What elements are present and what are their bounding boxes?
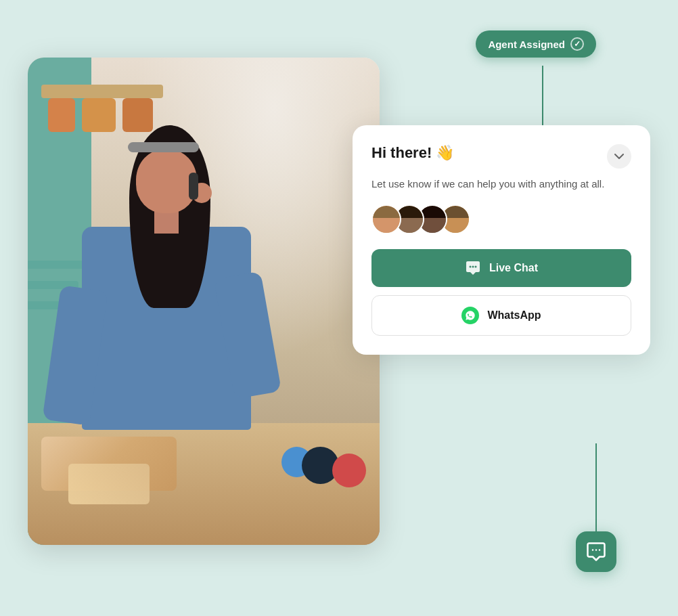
widget-subtitle: Let use know if we can help you with any… (371, 177, 631, 192)
live-chat-label: Live Chat (489, 262, 538, 274)
widget-header: Hi there! 👋 (371, 144, 631, 169)
live-chat-icon (465, 260, 481, 276)
svg-point-0 (469, 265, 471, 267)
svg-point-2 (474, 265, 476, 267)
whatsapp-icon (461, 307, 479, 324)
widget-collapse-button[interactable] (607, 144, 631, 169)
widget-greeting: Hi there! 👋 (371, 144, 454, 162)
svg-point-3 (592, 549, 594, 551)
agent-avatar-1 (371, 204, 401, 234)
check-icon: ✓ (570, 37, 584, 51)
agent-assigned-badge: Agent Assigned ✓ (476, 30, 596, 58)
connector-widget-to-fab (595, 443, 597, 531)
connector-badge-to-widget (542, 66, 543, 127)
live-chat-button[interactable]: Live Chat (371, 249, 631, 287)
svg-point-5 (599, 549, 601, 551)
chat-fab-button[interactable] (576, 531, 616, 572)
chat-fab-icon (586, 542, 606, 562)
svg-point-4 (595, 549, 597, 551)
photo-card (28, 58, 380, 545)
scene: Agent Assigned ✓ Hi there! 👋 Let use kno… (28, 30, 650, 586)
chat-widget: Hi there! 👋 Let use know if we can help … (353, 125, 650, 355)
photo-content (28, 58, 380, 545)
agent-assigned-label: Agent Assigned (488, 39, 565, 50)
whatsapp-label: WhatsApp (487, 309, 541, 322)
svg-point-1 (472, 265, 474, 267)
whatsapp-button[interactable]: WhatsApp (371, 295, 631, 336)
agents-avatars-row (371, 204, 631, 234)
chevron-down-icon (614, 154, 624, 159)
